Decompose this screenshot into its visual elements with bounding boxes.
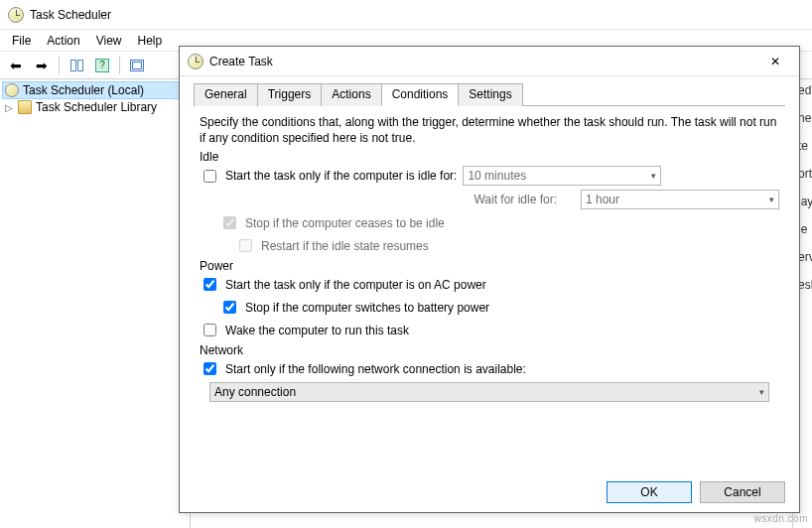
network-start-row[interactable]: Start only if the following network conn…: [200, 359, 526, 378]
tab-settings[interactable]: Settings: [458, 83, 522, 106]
idle-restart-checkbox[interactable]: [239, 239, 252, 252]
help-button[interactable]: ?: [90, 55, 114, 76]
idle-start-row[interactable]: Start the task only if the computer is i…: [200, 167, 457, 186]
idle-stop-checkbox[interactable]: [223, 216, 236, 229]
menu-help[interactable]: Help: [130, 32, 171, 50]
idle-wait-value: 1 hour: [586, 193, 619, 206]
menu-action[interactable]: Action: [39, 32, 87, 50]
idle-start-label: Start the task only if the computer is i…: [225, 169, 457, 183]
toolbar-separator: [59, 57, 60, 74]
panel-icon: [70, 60, 83, 71]
power-ac-row[interactable]: Start the task only if the computer is o…: [200, 275, 486, 294]
tab-content-conditions: Specify the conditions that, along with …: [194, 106, 785, 412]
idle-section-label: Idle: [200, 150, 779, 164]
power-battery-row[interactable]: Stop if the computer switches to battery…: [219, 298, 489, 317]
back-button[interactable]: ⬅: [4, 55, 28, 76]
properties-icon: [130, 60, 144, 71]
power-battery-checkbox[interactable]: [223, 301, 236, 314]
network-section-label: Network: [200, 343, 779, 357]
cancel-button[interactable]: Cancel: [700, 481, 785, 503]
idle-restart-row[interactable]: Restart if the idle state resumes: [235, 236, 429, 255]
tab-actions[interactable]: Actions: [321, 83, 381, 106]
watermark: wsxdn.com: [753, 513, 808, 524]
scheduler-icon: [5, 83, 19, 97]
tree-pane: Task Scheduler (Local) ▷ Task Scheduler …: [0, 79, 191, 528]
network-connection-dropdown[interactable]: Any connection ▾: [209, 382, 769, 402]
folder-icon: [18, 100, 32, 114]
network-connection-value: Any connection: [214, 385, 296, 399]
tree-root-label: Task Scheduler (Local): [23, 83, 144, 97]
dialog-titlebar[interactable]: Create Task ✕: [180, 47, 799, 76]
toolbar-separator: [119, 57, 120, 74]
dialog-title: Create Task: [209, 55, 759, 68]
conditions-description: Specify the conditions that, along with …: [200, 114, 779, 146]
dialog-icon: [188, 54, 203, 69]
chevron-down-icon: ▾: [759, 387, 764, 397]
tree-library-label: Task Scheduler Library: [36, 100, 157, 114]
menu-file[interactable]: File: [4, 32, 39, 50]
app-icon: [8, 7, 24, 23]
network-start-label: Start only if the following network conn…: [225, 362, 526, 376]
idle-wait-label: Wait for idle for:: [235, 193, 575, 206]
power-wake-label: Wake the computer to run this task: [225, 324, 409, 337]
power-wake-row[interactable]: Wake the computer to run this task: [200, 321, 409, 339]
show-hide-tree-button[interactable]: [65, 55, 88, 76]
idle-stop-row[interactable]: Stop if the computer ceases to be idle: [219, 213, 445, 232]
power-ac-label: Start the task only if the computer is o…: [225, 278, 486, 292]
main-titlebar: Task Scheduler: [0, 0, 812, 30]
power-wake-checkbox[interactable]: [203, 324, 216, 336]
forward-button[interactable]: ➡: [30, 55, 54, 76]
arrow-left-icon: ⬅: [10, 58, 22, 73]
tab-conditions[interactable]: Conditions: [381, 83, 460, 106]
chevron-down-icon: ▾: [651, 171, 656, 181]
idle-duration-dropdown[interactable]: 10 minutes ▾: [463, 166, 661, 186]
ok-button[interactable]: OK: [607, 481, 692, 503]
expand-icon[interactable]: ▷: [4, 102, 14, 113]
tab-strip: General Triggers Actions Conditions Sett…: [194, 82, 785, 106]
network-start-checkbox[interactable]: [203, 362, 216, 375]
power-section-label: Power: [200, 259, 779, 273]
tree-root[interactable]: Task Scheduler (Local): [2, 81, 188, 99]
create-task-dialog: Create Task ✕ General Triggers Actions C…: [179, 46, 800, 513]
close-button[interactable]: ✕: [759, 50, 791, 73]
power-ac-checkbox[interactable]: [203, 278, 216, 291]
idle-duration-value: 10 minutes: [468, 169, 526, 183]
menu-view[interactable]: View: [88, 32, 130, 50]
arrow-right-icon: ➡: [36, 58, 48, 73]
app-title: Task Scheduler: [30, 8, 111, 22]
dialog-body: General Triggers Actions Conditions Sett…: [180, 76, 799, 472]
close-icon: ✕: [770, 55, 780, 68]
idle-stop-label: Stop if the computer ceases to be idle: [245, 216, 445, 230]
chevron-down-icon: ▾: [769, 195, 774, 204]
dialog-footer: OK Cancel: [180, 472, 799, 512]
power-battery-label: Stop if the computer switches to battery…: [245, 301, 489, 315]
tab-triggers[interactable]: Triggers: [257, 83, 323, 106]
idle-start-checkbox[interactable]: [203, 170, 216, 183]
tree-library[interactable]: ▷ Task Scheduler Library: [2, 99, 188, 115]
idle-wait-dropdown[interactable]: 1 hour ▾: [581, 190, 779, 209]
help-icon: ?: [95, 59, 109, 72]
idle-restart-label: Restart if the idle state resumes: [261, 239, 429, 253]
tab-general[interactable]: General: [194, 83, 258, 106]
properties-button[interactable]: [125, 55, 149, 76]
